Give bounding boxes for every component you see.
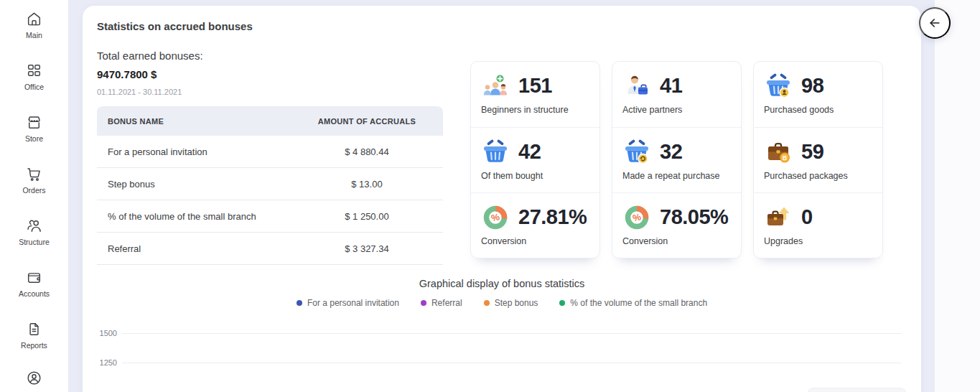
legend-item-referral[interactable]: Referral: [421, 298, 462, 308]
sidebar-item-orders[interactable]: Orders: [0, 165, 68, 195]
sidebar-item-structure[interactable]: Structure: [0, 217, 68, 246]
stat-label: Purchased packages: [764, 171, 872, 181]
svg-text:%: %: [632, 211, 643, 223]
sidebar-item-label: Reports: [21, 341, 47, 350]
back-button[interactable]: [919, 7, 951, 39]
gridline-1250: [122, 363, 901, 363]
stat-card-conversion-1: % 27.81% Conversion: [471, 192, 599, 258]
sidebar-item-label: Store: [25, 134, 43, 143]
stat-value: 98: [801, 74, 823, 98]
stat-value: 32: [660, 140, 682, 164]
stat-label: Conversion: [481, 236, 589, 246]
cart-icon: [25, 165, 43, 183]
stat-value: 42: [518, 140, 541, 164]
stats-grid: 151 Beginners in structure 42 Of them bo…: [470, 61, 883, 258]
y-axis-tick-1500: 1500: [97, 329, 117, 337]
bonus-amount: $ 4 880.44: [291, 146, 443, 157]
people-icon: [25, 217, 43, 235]
percent-donut-icon: %: [622, 203, 651, 232]
wallet-icon: [25, 269, 43, 286]
stat-card-active-partners: 41 Active partners: [612, 62, 741, 127]
stat-label: Conversion: [622, 236, 731, 246]
main-content-card: Statistics on accrued bonuses Total earn…: [83, 6, 921, 392]
sidebar-item-office[interactable]: Office: [0, 62, 68, 91]
stats-column-1: 151 Beginners in structure 42 Of them bo…: [470, 61, 600, 258]
stat-label: Beginners in structure: [481, 105, 589, 115]
legend-dot: [421, 300, 426, 306]
stat-card-conversion-2: % 78.05% Conversion: [612, 192, 741, 258]
bonus-table-header: BONUS NAME AMOUNT OF ACCRUALS: [97, 106, 443, 136]
stat-card-purchased-packages: B 59 Purchased packages: [754, 127, 882, 192]
stat-value: 151: [518, 74, 552, 98]
bonus-amount: $ 13.00: [291, 179, 443, 190]
arrow-left-icon: [928, 16, 942, 30]
stat-label: Active partners: [622, 105, 731, 115]
stat-label: Upgrades: [764, 236, 872, 246]
sidebar-item-label: Orders: [22, 186, 45, 195]
stat-label: Made a repeat purchase: [622, 171, 731, 181]
table-row: % of the volume of the small branch $ 1 …: [97, 200, 443, 233]
gridline-1500: [122, 333, 901, 334]
sidebar-item-label: Accounts: [19, 289, 50, 298]
stat-label: Of them bought: [481, 171, 589, 181]
stat-label: Purchased goods: [764, 105, 872, 115]
profile-icon: [25, 369, 43, 387]
sidebar-item-accounts[interactable]: Accounts: [0, 269, 68, 298]
column-header-bonus-name: BONUS NAME: [97, 117, 291, 126]
sidebar-item-label: Office: [24, 83, 44, 91]
sidebar-item-profile[interactable]: [0, 369, 68, 387]
sidebar: Main Office Store Orders Structure Accou…: [0, 0, 68, 392]
y-axis-tick-1250: 1250: [97, 358, 117, 367]
legend-item-step-bonus[interactable]: Step bonus: [484, 298, 538, 308]
stat-value: 27.81%: [518, 205, 587, 229]
sidebar-item-main[interactable]: Main: [0, 10, 68, 39]
percent-donut-icon: %: [481, 203, 510, 232]
bonus-amount: $ 3 327.34: [291, 243, 443, 254]
page-title: Statistics on accrued bonuses: [97, 20, 253, 32]
bonus-name: Step bonus: [97, 179, 291, 190]
office-grid-icon: [25, 62, 43, 80]
legend-dot: [297, 300, 302, 306]
total-bonuses-value: 9470.7800 $: [97, 68, 157, 80]
table-row: For a personal invitation $ 4 880.44: [97, 136, 443, 168]
bottom-right-cutoff-element: [808, 388, 906, 392]
chart-title: Graphical display of bonus statistics: [83, 278, 921, 289]
storefront-icon: [25, 113, 43, 131]
table-row: Referral $ 3 327.34: [97, 233, 443, 265]
right-side-panel: [935, 0, 980, 392]
legend-item-small-branch[interactable]: % of the volume of the small branch: [559, 298, 707, 308]
briefcase-upgrade-icon: [764, 203, 793, 232]
stat-value: 78.05%: [660, 205, 728, 229]
partner-briefcase-icon: [622, 72, 651, 101]
sidebar-item-label: Main: [26, 31, 42, 39]
legend-dot: [559, 300, 565, 306]
stat-card-beginners: 151 Beginners in structure: [471, 62, 599, 127]
basket-repeat-icon: [622, 138, 651, 167]
home-icon: [25, 10, 43, 28]
stat-card-repeat-purchase: 32 Made a repeat purchase: [612, 127, 741, 192]
stat-value: 41: [660, 74, 682, 98]
basket-icon: [481, 138, 510, 167]
column-header-amount: AMOUNT OF ACCRUALS: [291, 117, 443, 126]
stat-card-purchased-goods: 98 Purchased goods: [754, 62, 882, 127]
bonus-name: Referral: [97, 243, 291, 254]
legend-label: % of the volume of the small branch: [570, 298, 707, 308]
bonus-name: % of the volume of the small branch: [97, 211, 291, 222]
legend-label: Referral: [431, 298, 462, 308]
sidebar-item-reports[interactable]: Reports: [0, 320, 68, 350]
chart-legend: For a personal invitation Referral Step …: [83, 298, 921, 308]
stats-column-2: 41 Active partners 32: [612, 61, 742, 258]
stat-value: 0: [801, 205, 813, 229]
sidebar-item-label: Structure: [19, 238, 50, 246]
legend-dot: [484, 300, 490, 306]
legend-label: Step bonus: [495, 298, 538, 308]
svg-text:%: %: [490, 211, 501, 223]
table-row: Step bonus $ 13.00: [97, 168, 443, 200]
legend-label: For a personal invitation: [307, 298, 399, 308]
bonus-table: BONUS NAME AMOUNT OF ACCRUALS For a pers…: [97, 106, 443, 265]
stat-card-of-them-bought: 42 Of them bought: [471, 127, 599, 192]
document-icon: [25, 320, 43, 338]
stat-value: 59: [801, 140, 823, 164]
legend-item-personal-invitation[interactable]: For a personal invitation: [297, 298, 399, 308]
sidebar-item-store[interactable]: Store: [0, 113, 68, 143]
